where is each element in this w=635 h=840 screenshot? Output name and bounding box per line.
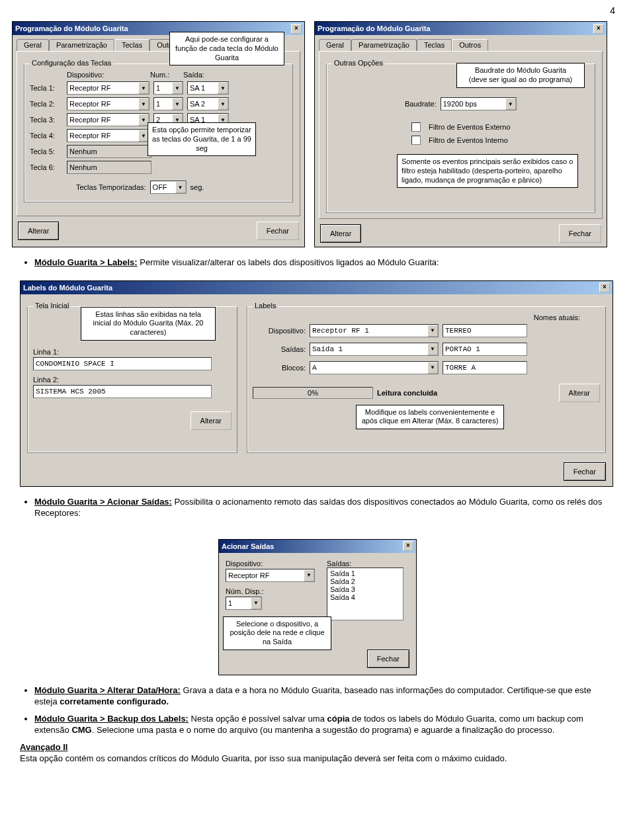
tooltip-tela: Estas linhas são exibidas na tela inicia… [81, 307, 216, 341]
doc-backup: Módulo Guarita > Backup dos Labels: Nest… [34, 713, 615, 736]
num-dd[interactable]: 1▼ [153, 81, 183, 95]
tab-geral[interactable]: Geral [17, 39, 49, 51]
window-title: Labels do Módulo Guarita [23, 284, 112, 292]
doc-labels: Módulo Guarita > Labels: Permite visuali… [34, 257, 615, 269]
tooltip-teclas: Aqui pode-se configurar a função de cada… [169, 32, 284, 65]
saidas-dd[interactable]: Saída 1▼ [310, 343, 439, 356]
close-icon[interactable]: × [291, 24, 302, 34]
window-title: Programação do Módulo Guarita [15, 24, 128, 32]
fechar-button[interactable]: Fechar [257, 222, 299, 240]
titlebar[interactable]: Programação do Módulo Guarita × [315, 22, 607, 35]
disp-dd[interactable]: Receptor RF▼ [226, 569, 315, 582]
doc-saidas: Módulo Guarita > Acionar Saídas: Possibi… [34, 496, 615, 519]
disp-label: Dispositivo: [226, 560, 315, 567]
disp-dd[interactable]: Receptor RF▼ [67, 97, 149, 110]
close-icon[interactable]: × [403, 541, 413, 551]
linha2-input[interactable]: SISTEMA HCS 2005 [33, 385, 212, 398]
saida-dd[interactable]: SA 1▼ [187, 81, 229, 95]
list-item[interactable]: Saída 1 [329, 569, 402, 577]
fechar-button[interactable]: Fechar [564, 462, 606, 481]
tecla-label: Tecla 1: [30, 84, 63, 92]
tooltip-alterar: Modifique os labels convenientemente e a… [356, 405, 504, 430]
progress: 0% [253, 387, 373, 399]
checkbox-ext[interactable] [411, 122, 421, 132]
page-number: 4 [0, 0, 635, 16]
checkbox-int[interactable] [411, 136, 421, 145]
disp-dd[interactable]: Receptor RF▼ [67, 81, 149, 95]
disp-dd[interactable]: Receptor RF 1▼ [310, 324, 439, 337]
baud-label: Baudrate: [405, 100, 437, 108]
num-label: Núm. Disp.: [226, 587, 315, 595]
group-teclas: Configuração das Teclas Dispositivo: Num… [24, 63, 293, 202]
titlebar[interactable]: Acionar Saídas × [219, 540, 416, 553]
group-title: Labels [253, 302, 278, 310]
status: Leitura concluída [377, 389, 437, 397]
group-labels: Labels Nomes atuais: Dispositivo: Recept… [247, 306, 606, 453]
chevron-down-icon: ▼ [172, 82, 183, 94]
tecla-label: Tecla 3: [30, 116, 63, 124]
tecla-label: Tecla 6: [30, 163, 63, 171]
chevron-down-icon: ▼ [427, 362, 438, 374]
disp-dd[interactable]: Receptor RF▼ [67, 113, 149, 126]
disp-nome-input[interactable]: TERREO [443, 324, 527, 337]
group-title: Outras Opções [332, 59, 385, 67]
saidas-label: Saídas: [327, 560, 403, 567]
timed-dd[interactable]: OFF▼ [150, 181, 187, 194]
close-icon[interactable]: × [599, 282, 610, 292]
chevron-down-icon: ▼ [138, 98, 149, 110]
chevron-down-icon: ▼ [172, 98, 183, 110]
alterar-button[interactable]: Alterar [559, 384, 600, 402]
chevron-down-icon: ▼ [175, 181, 186, 193]
close-icon[interactable]: × [593, 24, 604, 34]
blocos-dd[interactable]: A▼ [310, 361, 439, 374]
group-title: Tela Inicial [33, 302, 71, 310]
group-tela: Tela Inicial Estas linhas são exibidas n… [27, 306, 237, 453]
disp-label: Dispositivo: [253, 327, 306, 335]
titlebar[interactable]: Labels do Módulo Guarita × [21, 281, 613, 294]
chevron-down-icon: ▼ [218, 98, 228, 110]
dialog-teclas: Programação do Módulo Guarita × Geral Pa… [12, 21, 305, 247]
saida-dd[interactable]: SA 2▼ [187, 97, 229, 110]
chk-int-label: Filtro de Eventos Interno [429, 136, 508, 144]
list-item[interactable]: Saída 3 [329, 585, 402, 593]
note-filter: Somente os eventos principais serão exib… [397, 154, 578, 188]
nomes-label: Nomes atuais: [534, 314, 580, 321]
chevron-down-icon: ▼ [218, 82, 228, 94]
timed-unit: seg. [190, 183, 204, 191]
num-dd[interactable]: 1▼ [153, 97, 183, 110]
tab-geral[interactable]: Geral [319, 39, 351, 51]
saidas-nome-input[interactable]: PORTAO 1 [443, 343, 527, 356]
alterar-button[interactable]: Alterar [320, 224, 361, 243]
saidas-list[interactable]: Saída 1 Saída 2 Saída 3 Saída 4 [327, 567, 403, 620]
tab-param[interactable]: Parametrização [49, 39, 114, 51]
disp-none: Nenhum [67, 145, 151, 158]
baud-dd[interactable]: 19200 bps▼ [441, 97, 517, 110]
num-dd[interactable]: 1▼ [226, 597, 262, 610]
tab-outros[interactable]: Outros [452, 39, 488, 51]
blocos-nome-input[interactable]: TORRE A [443, 361, 527, 374]
linha1-input[interactable]: CONDOMINIO SPACE I [33, 357, 212, 370]
tooltip-acionar: Selecione o dispositivo, a posição dele … [223, 616, 331, 650]
chevron-down-icon: ▼ [138, 82, 149, 94]
list-item[interactable]: Saída 4 [329, 593, 402, 601]
tab-teclas[interactable]: Teclas [417, 39, 452, 51]
dialog-outros: Programação do Módulo Guarita × Geral Pa… [314, 21, 607, 247]
dialog-acionar: Acionar Saídas × Dispositivo: Receptor R… [218, 539, 417, 675]
group-outros: Outras Opções Baudrate do Módulo Guarita… [326, 63, 595, 213]
alterar-button[interactable]: Alterar [18, 222, 59, 240]
alterar-button[interactable]: Alterar [190, 411, 232, 430]
blocos-label: Blocos: [253, 364, 306, 372]
chevron-down-icon: ▼ [251, 597, 261, 609]
window-title: Programação do Módulo Guarita [318, 24, 431, 32]
note-baud: Baudrate do Módulo Guarita (deve ser igu… [456, 63, 585, 88]
tab-param[interactable]: Parametrização [351, 39, 417, 51]
avancado-title: Avançado II [20, 741, 615, 753]
chevron-down-icon: ▼ [505, 98, 516, 110]
saidas-label: Saídas: [253, 345, 306, 353]
fechar-button[interactable]: Fechar [367, 650, 409, 668]
disp-dd[interactable]: Receptor RF▼ [67, 129, 149, 142]
fechar-button[interactable]: Fechar [559, 224, 601, 243]
tab-teclas[interactable]: Teclas [114, 39, 149, 51]
disp-none: Nenhum [67, 161, 151, 174]
list-item[interactable]: Saída 2 [329, 577, 402, 585]
